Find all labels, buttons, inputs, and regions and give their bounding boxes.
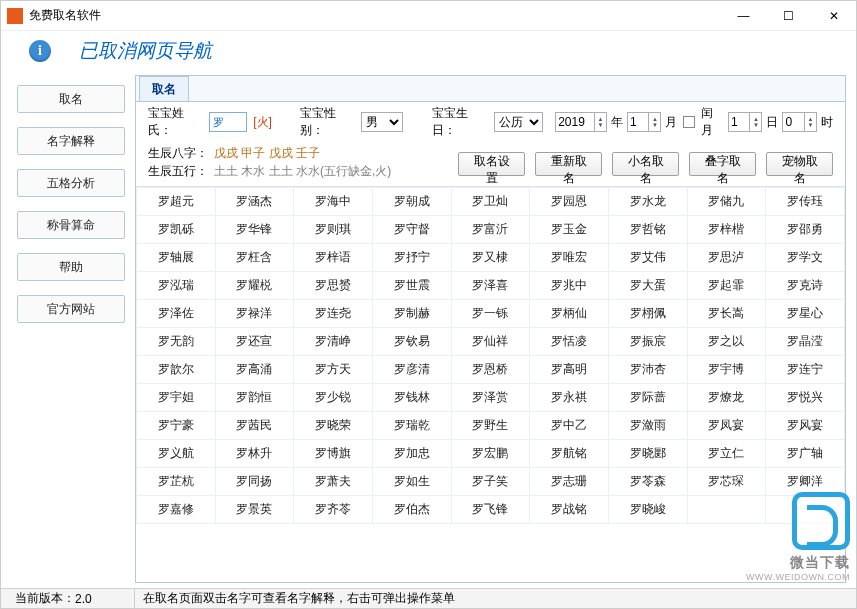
name-cell[interactable]: 罗齐苓 (294, 496, 373, 524)
name-cell[interactable]: 罗飞锋 (451, 496, 530, 524)
name-cell[interactable]: 罗枉含 (215, 244, 294, 272)
name-cell[interactable]: 罗沛杏 (608, 356, 687, 384)
tab-naming[interactable]: 取名 (139, 76, 189, 101)
name-cell[interactable]: 罗则琪 (294, 216, 373, 244)
name-cell[interactable]: 罗野生 (451, 412, 530, 440)
name-cell[interactable]: 罗之以 (687, 328, 766, 356)
name-cell[interactable]: 罗高涌 (215, 356, 294, 384)
name-cell[interactable]: 罗宁豪 (137, 412, 216, 440)
name-cell[interactable]: 罗航铭 (530, 440, 609, 468)
name-cell[interactable]: 罗韵恒 (215, 384, 294, 412)
name-cell[interactable]: 罗泓瑞 (137, 272, 216, 300)
name-cell[interactable]: 罗子笑 (451, 468, 530, 496)
leap-checkbox[interactable] (683, 116, 695, 128)
petname-button[interactable]: 宠物取名 (766, 152, 833, 176)
stackname-button[interactable]: 叠字取名 (689, 152, 756, 176)
name-cell[interactable]: 罗起霏 (687, 272, 766, 300)
name-cell[interactable]: 罗加忠 (372, 440, 451, 468)
name-cell[interactable]: 罗潋雨 (608, 412, 687, 440)
name-cell[interactable]: 罗还宣 (215, 328, 294, 356)
name-cell[interactable]: 罗林升 (215, 440, 294, 468)
name-cell[interactable]: 罗传珏 (766, 188, 845, 216)
name-cell[interactable]: 罗柄仙 (530, 300, 609, 328)
hour-spinner[interactable]: 0▲▼ (782, 112, 817, 132)
name-cell[interactable]: 罗芷杭 (137, 468, 216, 496)
name-cell[interactable]: 罗兆中 (530, 272, 609, 300)
name-cell[interactable]: 罗景英 (215, 496, 294, 524)
name-cell[interactable]: 罗义航 (137, 440, 216, 468)
name-cell[interactable]: 罗一铄 (451, 300, 530, 328)
name-cell[interactable]: 罗恩桥 (451, 356, 530, 384)
name-cell[interactable]: 罗志珊 (530, 468, 609, 496)
month-spinner[interactable]: 1▲▼ (627, 112, 662, 132)
name-cell[interactable]: 罗华锋 (215, 216, 294, 244)
name-cell[interactable]: 罗茜民 (215, 412, 294, 440)
name-cell[interactable]: 罗宇博 (687, 356, 766, 384)
name-cell[interactable]: 罗悦兴 (766, 384, 845, 412)
name-cell[interactable]: 罗清峥 (294, 328, 373, 356)
name-cell[interactable]: 罗风宴 (766, 412, 845, 440)
name-cell[interactable]: 罗嘉修 (137, 496, 216, 524)
name-cell[interactable]: 罗晓峻 (608, 496, 687, 524)
year-spinner[interactable]: 2019▲▼ (555, 112, 607, 132)
name-cell[interactable]: 罗卫灿 (451, 188, 530, 216)
name-cell[interactable]: 罗海中 (294, 188, 373, 216)
close-button[interactable]: ✕ (811, 2, 856, 30)
name-cell[interactable]: 罗储九 (687, 188, 766, 216)
gender-select[interactable]: 男 (361, 112, 403, 132)
name-cell[interactable]: 罗连尧 (294, 300, 373, 328)
maximize-button[interactable]: ☐ (766, 2, 811, 30)
name-cell[interactable]: 罗大蛋 (608, 272, 687, 300)
name-cell[interactable]: 罗战铭 (530, 496, 609, 524)
sidebar-item-naming[interactable]: 取名 (17, 85, 125, 113)
name-cell[interactable]: 罗永祺 (530, 384, 609, 412)
name-cell[interactable]: 罗栩佩 (608, 300, 687, 328)
name-cell[interactable]: 罗瑞乾 (372, 412, 451, 440)
name-cell[interactable]: 罗广轴 (766, 440, 845, 468)
name-cell[interactable]: 罗宏鹏 (451, 440, 530, 468)
name-cell[interactable]: 罗宇妲 (137, 384, 216, 412)
name-cell[interactable]: 罗晓荣 (294, 412, 373, 440)
name-cell[interactable]: 罗博旗 (294, 440, 373, 468)
name-cell[interactable]: 罗哲铭 (608, 216, 687, 244)
name-cell[interactable]: 罗燎龙 (687, 384, 766, 412)
name-cell[interactable]: 罗梓楷 (687, 216, 766, 244)
name-cell[interactable]: 罗歆尔 (137, 356, 216, 384)
name-cell[interactable]: 罗恬凌 (530, 328, 609, 356)
name-cell[interactable]: 罗世震 (372, 272, 451, 300)
name-cell[interactable]: 罗仙祥 (451, 328, 530, 356)
name-cell[interactable]: 罗抒宁 (372, 244, 451, 272)
name-cell[interactable]: 罗钱林 (372, 384, 451, 412)
name-cell[interactable]: 罗超元 (137, 188, 216, 216)
name-cell[interactable]: 罗中乙 (530, 412, 609, 440)
name-cell[interactable]: 罗唯宏 (530, 244, 609, 272)
name-cell[interactable]: 罗思赟 (294, 272, 373, 300)
name-cell[interactable]: 罗玉金 (530, 216, 609, 244)
name-cell[interactable]: 罗星心 (766, 300, 845, 328)
name-cell[interactable]: 罗艾伟 (608, 244, 687, 272)
name-cell[interactable]: 罗思泸 (687, 244, 766, 272)
name-cell[interactable]: 罗轴展 (137, 244, 216, 272)
name-cell[interactable]: 罗卿洋 (766, 468, 845, 496)
name-cell[interactable]: 罗泽赏 (451, 384, 530, 412)
name-cell[interactable]: 罗晓郾 (608, 440, 687, 468)
name-cell[interactable]: 罗水龙 (608, 188, 687, 216)
name-cell[interactable]: 罗凯砾 (137, 216, 216, 244)
settings-button[interactable]: 取名设置 (458, 152, 525, 176)
name-cell[interactable]: 罗泽喜 (451, 272, 530, 300)
calendar-select[interactable]: 公历 (494, 112, 544, 132)
sidebar-item-explain[interactable]: 名字解释 (17, 127, 125, 155)
name-cell[interactable]: 罗振宸 (608, 328, 687, 356)
name-cell[interactable]: 罗邵勇 (766, 216, 845, 244)
sidebar-item-help[interactable]: 帮助 (17, 253, 125, 281)
name-cell[interactable]: 罗耀棁 (215, 272, 294, 300)
sidebar-item-official[interactable]: 官方网站 (17, 295, 125, 323)
name-cell[interactable]: 罗连宁 (766, 356, 845, 384)
name-cell[interactable]: 罗伯杰 (372, 496, 451, 524)
name-cell[interactable]: 罗际蔷 (608, 384, 687, 412)
minimize-button[interactable]: — (721, 2, 766, 30)
name-cell[interactable]: 罗无韵 (137, 328, 216, 356)
name-cell[interactable]: 罗禄洋 (215, 300, 294, 328)
name-cell[interactable]: 罗方天 (294, 356, 373, 384)
name-cell[interactable]: 罗晶滢 (766, 328, 845, 356)
